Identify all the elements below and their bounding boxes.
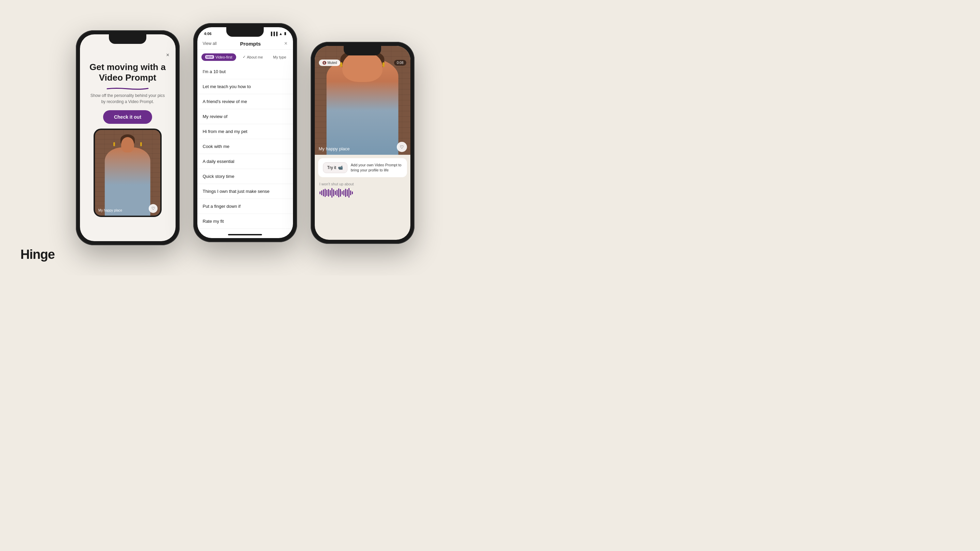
prompt-item-6[interactable]: A daily essential bbox=[197, 154, 293, 169]
try-it-label: Try it bbox=[327, 165, 336, 170]
phone-2-content: 4:06 ▐▐▐ ▲ ▮ View all Prompts × N bbox=[197, 27, 293, 238]
close-button-1[interactable]: × bbox=[166, 52, 169, 58]
video-full[interactable]: 🔇 Muted 0:08 My happy place ♡ bbox=[315, 46, 410, 155]
try-it-description: Add your own Video Prompt to bring your … bbox=[351, 163, 402, 173]
muted-badge[interactable]: 🔇 Muted bbox=[319, 60, 340, 66]
view-all-link[interactable]: View all bbox=[203, 41, 217, 46]
waveform-bar bbox=[347, 189, 348, 196]
phone-1: 4:06 ▐▐▐ ▲ ▮ × Get moving with a Video P… bbox=[76, 30, 180, 245]
prompt-item-8[interactable]: Things I own that just make sense bbox=[197, 184, 293, 199]
notch-1 bbox=[109, 34, 146, 44]
tab-about-me-label: About me bbox=[247, 55, 263, 59]
waveform-bar bbox=[337, 190, 337, 196]
waveform-bar bbox=[325, 189, 326, 197]
video-overlay-controls: 🔇 Muted 0:08 bbox=[315, 56, 410, 69]
waveform-bar bbox=[323, 189, 324, 196]
battery-icon-2: ▮ bbox=[284, 31, 286, 36]
waveform-bar bbox=[330, 190, 331, 195]
wifi-icon-2: ▲ bbox=[279, 32, 283, 36]
modal-title: Prompts bbox=[240, 41, 261, 47]
phone-2: 4:06 ▐▐▐ ▲ ▮ View all Prompts × N bbox=[193, 23, 297, 242]
heart-button-3[interactable]: ♡ bbox=[397, 142, 407, 152]
promo-subtitle: Show off the personality behind your pic… bbox=[87, 92, 169, 105]
prompt-item-11[interactable]: Something that's special to me bbox=[197, 229, 293, 231]
notch-3 bbox=[344, 46, 381, 56]
waveform-bar bbox=[352, 192, 353, 194]
time-2: 4:06 bbox=[204, 32, 212, 36]
waveform-bar bbox=[348, 188, 350, 198]
try-it-section: Try it 📹 Add your own Video Prompt to br… bbox=[318, 158, 407, 177]
waveform-bar bbox=[333, 189, 334, 196]
waveform-bar bbox=[345, 189, 346, 197]
waveform-bar bbox=[340, 189, 341, 197]
underline-decoration bbox=[105, 85, 150, 88]
waveform-bar bbox=[342, 191, 343, 195]
phone-2-screen: 4:06 ▐▐▐ ▲ ▮ View all Prompts × N bbox=[197, 27, 293, 238]
prompt-item-3[interactable]: My review of bbox=[197, 109, 293, 124]
prompt-item-5[interactable]: Cook with me bbox=[197, 139, 293, 154]
notch-2 bbox=[226, 27, 264, 37]
tab-video-first[interactable]: NEW Video-first bbox=[202, 53, 236, 61]
check-it-out-button[interactable]: Check it out bbox=[103, 110, 152, 124]
prompt-item-1[interactable]: Let me teach you how to bbox=[197, 79, 293, 94]
timer-badge: 0:08 bbox=[394, 60, 406, 66]
prompts-list[interactable]: I'm a 10 but Let me teach you how to A f… bbox=[197, 64, 293, 231]
thumbnail-earring-right bbox=[140, 142, 142, 146]
status-bar-3 bbox=[315, 46, 410, 49]
prompt-item-7[interactable]: Quick story time bbox=[197, 169, 293, 184]
video-label-1: My happy place bbox=[98, 208, 122, 212]
status-icons-2: ▐▐▐ ▲ ▮ bbox=[269, 31, 286, 36]
prompt-item-2[interactable]: A friend's review of me bbox=[197, 94, 293, 109]
close-modal-button[interactable]: × bbox=[284, 40, 287, 47]
scene: 4:06 ▐▐▐ ▲ ▮ × Get moving with a Video P… bbox=[0, 0, 490, 275]
camera-icon: 📹 bbox=[338, 165, 343, 170]
status-bar-1: 4:06 ▐▐▐ ▲ ▮ bbox=[109, 34, 146, 45]
waveform-bar bbox=[321, 191, 322, 195]
video-thumbnail-person bbox=[95, 130, 160, 216]
prompt-item-10[interactable]: Rate my fit bbox=[197, 214, 293, 229]
audio-waveform bbox=[320, 188, 406, 198]
muted-icon: 🔇 bbox=[322, 61, 326, 65]
thumbnail-earring-left bbox=[113, 142, 115, 146]
muted-label: Muted bbox=[328, 61, 337, 65]
promo-title: Get moving with a Video Prompt bbox=[87, 62, 169, 83]
wont-shut-label: I won't shut up about bbox=[320, 182, 406, 186]
phone-3-content: 🔇 Muted 0:08 My happy place ♡ Try it 📹 A… bbox=[315, 46, 410, 240]
waveform-bar bbox=[350, 191, 351, 195]
phone-1-screen: 4:06 ▐▐▐ ▲ ▮ × Get moving with a Video P… bbox=[80, 34, 176, 241]
thumbnail-head bbox=[121, 137, 134, 152]
waveform-bar bbox=[331, 188, 332, 198]
tab-my-type-label: My type bbox=[273, 55, 286, 59]
phone-3: 🔇 Muted 0:08 My happy place ♡ Try it 📹 A… bbox=[311, 42, 414, 244]
new-badge: NEW bbox=[205, 55, 215, 59]
waveform-bar bbox=[343, 190, 344, 195]
phone-3-screen: 🔇 Muted 0:08 My happy place ♡ Try it 📹 A… bbox=[315, 46, 410, 240]
waveform-bar bbox=[326, 190, 327, 196]
check-about-me: ✓ bbox=[243, 55, 246, 59]
signal-icon-2: ▐▐▐ bbox=[269, 32, 277, 36]
thumbnail-body bbox=[105, 147, 150, 216]
prompt-item-9[interactable]: Put a finger down if bbox=[197, 199, 293, 214]
status-bar-2: 4:06 ▐▐▐ ▲ ▮ bbox=[197, 27, 293, 38]
hinge-logo: Hinge bbox=[21, 247, 55, 262]
tab-my-type[interactable]: My type bbox=[269, 53, 290, 61]
prompt-item-0[interactable]: I'm a 10 but bbox=[197, 64, 293, 79]
prompt-item-4[interactable]: Hi from me and my pet bbox=[197, 124, 293, 139]
waveform-bar bbox=[320, 192, 321, 194]
waveform-bar bbox=[338, 189, 339, 197]
modal-header: View all Prompts × bbox=[197, 38, 293, 50]
video-preview[interactable]: My happy place ♡ bbox=[94, 129, 162, 217]
scroll-indicator bbox=[228, 234, 262, 235]
video-label-3: My happy place bbox=[319, 146, 350, 151]
tab-about-me[interactable]: ✓ About me bbox=[239, 53, 267, 61]
waveform-bar bbox=[335, 191, 336, 195]
filter-tabs: NEW Video-first ✓ About me My type ✓ Get… bbox=[197, 50, 293, 64]
try-it-button[interactable]: Try it 📹 bbox=[323, 162, 347, 173]
phone-1-content: 4:06 ▐▐▐ ▲ ▮ × Get moving with a Video P… bbox=[80, 34, 176, 241]
wont-shut-section: I won't shut up about bbox=[315, 182, 410, 198]
waveform-bar bbox=[328, 189, 329, 197]
tab-video-first-label: Video-first bbox=[215, 55, 232, 59]
